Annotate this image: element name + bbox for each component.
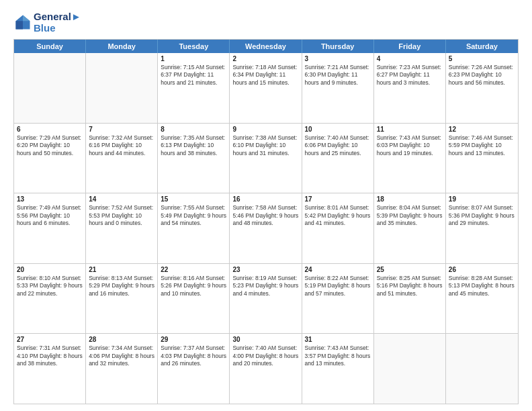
calendar-cell-17: 17Sunrise: 8:01 AM Sunset: 5:42 PM Dayli…: [302, 193, 374, 263]
calendar-cell-30: 30Sunrise: 7:40 AM Sunset: 4:00 PM Dayli…: [230, 334, 302, 404]
calendar-cell-16: 16Sunrise: 7:58 AM Sunset: 5:46 PM Dayli…: [230, 193, 302, 263]
cell-content: Sunrise: 8:22 AM Sunset: 5:19 PM Dayligh…: [305, 275, 371, 298]
calendar-cell-23: 23Sunrise: 8:19 AM Sunset: 5:23 PM Dayli…: [230, 264, 302, 334]
calendar-cell-10: 10Sunrise: 7:40 AM Sunset: 6:06 PM Dayli…: [302, 124, 374, 193]
cell-content: Sunrise: 8:19 AM Sunset: 5:23 PM Dayligh…: [232, 275, 298, 298]
calendar-cell-empty-4-5: [374, 334, 446, 404]
day-number: 6: [17, 126, 83, 133]
day-number: 3: [305, 55, 371, 62]
page: General► Blue SundayMondayTuesdayWednesd…: [0, 0, 532, 411]
cell-content: Sunrise: 7:29 AM Sunset: 6:20 PM Dayligh…: [17, 134, 83, 157]
day-number: 20: [17, 266, 83, 273]
cell-content: Sunrise: 7:21 AM Sunset: 6:30 PM Dayligh…: [305, 64, 371, 87]
calendar-cell-3: 3Sunrise: 7:21 AM Sunset: 6:30 PM Daylig…: [302, 53, 374, 123]
cell-content: Sunrise: 7:43 AM Sunset: 3:57 PM Dayligh…: [305, 345, 371, 367]
calendar-cell-31: 31Sunrise: 7:43 AM Sunset: 3:57 PM Dayli…: [302, 334, 374, 404]
day-number: 4: [377, 55, 443, 62]
cell-content: Sunrise: 7:31 AM Sunset: 4:10 PM Dayligh…: [17, 345, 83, 367]
cell-content: Sunrise: 8:13 AM Sunset: 5:29 PM Dayligh…: [89, 275, 154, 298]
calendar-cell-13: 13Sunrise: 7:49 AM Sunset: 5:56 PM Dayli…: [14, 193, 86, 263]
day-number: 26: [449, 266, 515, 273]
cell-content: Sunrise: 7:26 AM Sunset: 6:23 PM Dayligh…: [449, 64, 515, 87]
day-number: 22: [161, 266, 226, 273]
calendar-row-2: 6Sunrise: 7:29 AM Sunset: 6:20 PM Daylig…: [14, 124, 518, 194]
day-number: 17: [305, 195, 371, 203]
day-number: 30: [232, 336, 298, 343]
calendar-cell-9: 9Sunrise: 7:38 AM Sunset: 6:10 PM Daylig…: [230, 124, 302, 193]
calendar-cell-empty-0-0: [14, 53, 86, 123]
calendar-cell-18: 18Sunrise: 8:04 AM Sunset: 5:39 PM Dayli…: [374, 193, 446, 263]
logo-text: General► Blue: [34, 11, 81, 34]
svg-marker-2: [16, 21, 24, 29]
header-day-wednesday: Wednesday: [230, 40, 302, 53]
calendar-cell-12: 12Sunrise: 7:46 AM Sunset: 5:59 PM Dayli…: [446, 124, 518, 193]
cell-content: Sunrise: 8:04 AM Sunset: 5:39 PM Dayligh…: [377, 204, 443, 227]
header-day-friday: Friday: [374, 40, 446, 53]
header-day-saturday: Saturday: [446, 40, 518, 53]
calendar-cell-22: 22Sunrise: 8:16 AM Sunset: 5:26 PM Dayli…: [158, 264, 230, 334]
cell-content: Sunrise: 8:25 AM Sunset: 5:16 PM Dayligh…: [377, 275, 443, 298]
cell-content: Sunrise: 7:52 AM Sunset: 5:53 PM Dayligh…: [89, 204, 154, 227]
cell-content: Sunrise: 8:28 AM Sunset: 5:13 PM Dayligh…: [449, 275, 515, 298]
day-number: 16: [232, 195, 298, 203]
calendar-cell-2: 2Sunrise: 7:18 AM Sunset: 6:34 PM Daylig…: [230, 53, 302, 123]
calendar-cell-14: 14Sunrise: 7:52 AM Sunset: 5:53 PM Dayli…: [86, 193, 158, 263]
cell-content: Sunrise: 7:49 AM Sunset: 5:56 PM Dayligh…: [17, 204, 83, 227]
cell-content: Sunrise: 7:43 AM Sunset: 6:03 PM Dayligh…: [377, 134, 443, 157]
day-number: 2: [232, 55, 298, 62]
day-number: 7: [89, 126, 154, 133]
header-day-tuesday: Tuesday: [158, 40, 230, 53]
day-number: 9: [232, 126, 298, 133]
cell-content: Sunrise: 7:40 AM Sunset: 4:00 PM Dayligh…: [232, 345, 298, 367]
day-number: 10: [305, 126, 371, 133]
calendar-row-1: 1Sunrise: 7:15 AM Sunset: 6:37 PM Daylig…: [14, 53, 518, 124]
day-number: 21: [89, 266, 154, 273]
cell-content: Sunrise: 7:58 AM Sunset: 5:46 PM Dayligh…: [232, 204, 298, 227]
calendar-cell-empty-4-6: [446, 334, 518, 404]
calendar-cell-28: 28Sunrise: 7:34 AM Sunset: 4:06 PM Dayli…: [86, 334, 158, 404]
cell-content: Sunrise: 8:16 AM Sunset: 5:26 PM Dayligh…: [161, 275, 226, 298]
calendar-cell-26: 26Sunrise: 8:28 AM Sunset: 5:13 PM Dayli…: [446, 264, 518, 334]
day-number: 8: [161, 126, 226, 133]
calendar-header: SundayMondayTuesdayWednesdayThursdayFrid…: [14, 40, 518, 53]
day-number: 14: [89, 195, 154, 203]
calendar-body: 1Sunrise: 7:15 AM Sunset: 6:37 PM Daylig…: [14, 53, 518, 404]
cell-content: Sunrise: 7:38 AM Sunset: 6:10 PM Dayligh…: [232, 134, 298, 157]
calendar-row-5: 27Sunrise: 7:31 AM Sunset: 4:10 PM Dayli…: [14, 334, 518, 404]
calendar-cell-15: 15Sunrise: 7:55 AM Sunset: 5:49 PM Dayli…: [158, 193, 230, 263]
calendar-row-4: 20Sunrise: 8:10 AM Sunset: 5:33 PM Dayli…: [14, 264, 518, 334]
calendar-row-3: 13Sunrise: 7:49 AM Sunset: 5:56 PM Dayli…: [14, 193, 518, 264]
cell-content: Sunrise: 8:07 AM Sunset: 5:36 PM Dayligh…: [449, 204, 515, 227]
cell-content: Sunrise: 7:35 AM Sunset: 6:13 PM Dayligh…: [161, 134, 226, 157]
day-number: 24: [305, 266, 371, 273]
day-number: 5: [449, 55, 515, 62]
day-number: 28: [89, 336, 154, 343]
day-number: 27: [17, 336, 83, 343]
cell-content: Sunrise: 8:10 AM Sunset: 5:33 PM Dayligh…: [17, 275, 83, 298]
calendar-cell-20: 20Sunrise: 8:10 AM Sunset: 5:33 PM Dayli…: [14, 264, 86, 334]
cell-content: Sunrise: 7:23 AM Sunset: 6:27 PM Dayligh…: [377, 64, 443, 87]
calendar-cell-1: 1Sunrise: 7:15 AM Sunset: 6:37 PM Daylig…: [158, 53, 230, 123]
day-number: 1: [161, 55, 226, 62]
cell-content: Sunrise: 7:55 AM Sunset: 5:49 PM Dayligh…: [161, 204, 226, 227]
calendar-cell-empty-0-1: [86, 53, 158, 123]
cell-content: Sunrise: 7:34 AM Sunset: 4:06 PM Dayligh…: [89, 345, 154, 367]
cell-content: Sunrise: 7:46 AM Sunset: 5:59 PM Dayligh…: [449, 134, 515, 157]
cell-content: Sunrise: 7:32 AM Sunset: 6:16 PM Dayligh…: [89, 134, 154, 157]
cell-content: Sunrise: 7:37 AM Sunset: 4:03 PM Dayligh…: [161, 345, 226, 367]
header: General► Blue: [13, 11, 519, 34]
calendar: SundayMondayTuesdayWednesdayThursdayFrid…: [13, 39, 519, 404]
calendar-cell-11: 11Sunrise: 7:43 AM Sunset: 6:03 PM Dayli…: [374, 124, 446, 193]
calendar-cell-24: 24Sunrise: 8:22 AM Sunset: 5:19 PM Dayli…: [302, 264, 374, 334]
cell-content: Sunrise: 7:18 AM Sunset: 6:34 PM Dayligh…: [232, 64, 298, 87]
header-day-sunday: Sunday: [14, 40, 86, 53]
cell-content: Sunrise: 7:15 AM Sunset: 6:37 PM Dayligh…: [161, 64, 226, 87]
cell-content: Sunrise: 7:40 AM Sunset: 6:06 PM Dayligh…: [305, 134, 371, 157]
calendar-cell-7: 7Sunrise: 7:32 AM Sunset: 6:16 PM Daylig…: [86, 124, 158, 193]
cell-content: Sunrise: 8:01 AM Sunset: 5:42 PM Dayligh…: [305, 204, 371, 227]
svg-marker-1: [23, 15, 30, 21]
calendar-cell-6: 6Sunrise: 7:29 AM Sunset: 6:20 PM Daylig…: [14, 124, 86, 193]
calendar-cell-4: 4Sunrise: 7:23 AM Sunset: 6:27 PM Daylig…: [374, 53, 446, 123]
logo-area: General► Blue: [13, 11, 81, 34]
day-number: 13: [17, 195, 83, 203]
